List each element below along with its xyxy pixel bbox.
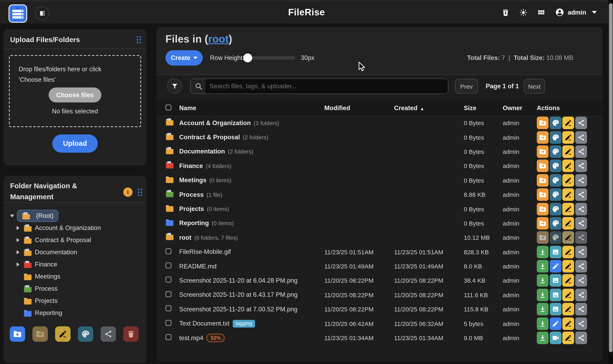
- delete-folder-button[interactable]: [123, 326, 139, 342]
- move-action-button[interactable]: [537, 203, 549, 215]
- upload-dropzone[interactable]: Drop files/folders here or click 'Choose…: [9, 55, 141, 127]
- table-row-folder[interactable]: Reporting(0 items) 0 Bytes admin: [156, 216, 602, 230]
- table-row-file[interactable]: FileRise-Mobile.gif 11/23/25 01:51AM 11/…: [156, 245, 602, 259]
- download-action-button[interactable]: [537, 289, 549, 301]
- table-row-folder[interactable]: Account & Organization(3 folders) 0 Byte…: [156, 116, 602, 130]
- table-row-file[interactable]: test.mp452% 11/23/25 01:34AM 11/23/25 01…: [156, 331, 602, 345]
- prev-page-button[interactable]: Prev: [455, 79, 478, 93]
- rename-action-button[interactable]: [562, 188, 574, 201]
- share-action-button[interactable]: [575, 317, 587, 330]
- select-all-checkbox[interactable]: [166, 104, 171, 110]
- rename-action-button[interactable]: [562, 317, 574, 330]
- share-action-button[interactable]: [575, 203, 587, 215]
- caret-collapsed-icon[interactable]: [17, 226, 22, 230]
- preview-action-button[interactable]: [550, 274, 561, 287]
- row-checkbox[interactable]: [166, 262, 171, 268]
- item-name-cell[interactable]: Screenshot 2025-11-20 at 6.43.17 PM.png: [179, 291, 324, 299]
- tree-item-finance[interactable]: Finance: [4, 258, 146, 271]
- table-row-file[interactable]: README.md 11/23/25 01:49AM 11/23/25 01:4…: [156, 259, 602, 273]
- share-action-button[interactable]: [575, 217, 587, 230]
- row-checkbox[interactable]: [166, 291, 171, 297]
- item-name-cell[interactable]: Screenshot 2025-11-20 at 6.04.28 PM.png: [179, 277, 324, 284]
- download-action-button[interactable]: [537, 303, 549, 316]
- rename-action-button[interactable]: [562, 131, 574, 143]
- row-checkbox[interactable]: [166, 320, 171, 326]
- color-action-button[interactable]: [550, 131, 561, 143]
- create-folder-button[interactable]: [10, 326, 25, 342]
- move-action-button[interactable]: [537, 188, 549, 201]
- page-scrollbar-thumb[interactable]: [609, 3, 613, 352]
- rename-action-button[interactable]: [562, 217, 574, 230]
- share-folder-button[interactable]: [100, 326, 116, 342]
- share-action-button[interactable]: [575, 188, 587, 201]
- tree-item-account-organization[interactable]: Account & Organization: [4, 222, 146, 234]
- color-folder-button[interactable]: [78, 326, 93, 342]
- share-action-button[interactable]: [575, 117, 587, 129]
- rename-action-button[interactable]: [562, 303, 574, 316]
- rename-action-button[interactable]: [562, 117, 574, 129]
- search-input[interactable]: [206, 79, 448, 93]
- color-action-button[interactable]: [550, 203, 561, 215]
- table-row-folder[interactable]: Documentation(2 folders) 0 Bytes admin: [156, 144, 602, 159]
- table-row-folder[interactable]: root(8 folders, 7 files) 10.12 MB admin: [156, 230, 602, 245]
- item-name-cell[interactable]: root(8 folders, 7 files): [179, 234, 324, 241]
- caret-collapsed-icon[interactable]: [17, 262, 22, 266]
- tree-item-contract-proposal[interactable]: Contract & Proposal: [4, 234, 146, 246]
- rename-action-button[interactable]: [562, 203, 574, 215]
- table-row-folder[interactable]: Projects(0 items) 0 Bytes admin: [156, 202, 602, 216]
- apps-grid-icon[interactable]: [537, 8, 545, 16]
- row-checkbox[interactable]: [166, 248, 171, 254]
- table-row-file[interactable]: Screenshot 2025-11-20 at 6.43.17 PM.png …: [156, 288, 602, 302]
- share-action-button[interactable]: [575, 332, 587, 344]
- preview-action-button[interactable]: [550, 303, 561, 316]
- share-action-button[interactable]: [575, 274, 587, 287]
- root-breadcrumb-link[interactable]: root: [208, 33, 229, 45]
- rename-action-button[interactable]: [562, 145, 574, 158]
- move-folder-button[interactable]: [32, 326, 48, 342]
- preview-action-button[interactable]: [550, 246, 561, 258]
- download-action-button[interactable]: [537, 260, 549, 273]
- tree-item-documentation[interactable]: Documentation: [4, 246, 146, 258]
- edit-action-button[interactable]: [550, 317, 561, 330]
- color-action-button[interactable]: [550, 145, 561, 158]
- tree-item-process[interactable]: Process: [4, 283, 146, 295]
- move-action-button[interactable]: [537, 231, 549, 244]
- next-page-button[interactable]: Next: [524, 79, 545, 93]
- table-row-file[interactable]: Text Document.txttagging 11/20/25 06:42A…: [156, 316, 602, 331]
- item-name-cell[interactable]: test.mp452%: [179, 334, 324, 342]
- share-action-button[interactable]: [575, 303, 587, 316]
- share-action-button[interactable]: [575, 260, 587, 273]
- item-name-cell[interactable]: Account & Organization(3 folders): [179, 119, 324, 127]
- light-mode-icon[interactable]: [519, 8, 528, 16]
- column-header-created[interactable]: Created▲: [394, 104, 464, 112]
- item-name-cell[interactable]: Text Document.txttagging: [179, 320, 324, 327]
- move-action-button[interactable]: [537, 174, 549, 187]
- create-button[interactable]: Create: [166, 50, 203, 65]
- share-action-button[interactable]: [575, 246, 587, 258]
- preview-action-button[interactable]: [550, 289, 561, 301]
- table-row-folder[interactable]: Contract & Proposal(2 folders) 0 Bytes a…: [156, 130, 602, 144]
- info-icon[interactable]: i: [123, 187, 133, 197]
- column-header-size[interactable]: Size: [464, 104, 503, 112]
- item-name-cell[interactable]: Meetings(0 items): [179, 177, 324, 184]
- download-action-button[interactable]: [537, 246, 549, 258]
- item-name-cell[interactable]: README.md: [179, 262, 324, 270]
- slider-thumb[interactable]: [243, 53, 252, 62]
- row-checkbox[interactable]: [166, 334, 171, 340]
- move-action-button[interactable]: [537, 131, 549, 143]
- column-header-actions[interactable]: Actions: [537, 104, 595, 112]
- tree-item-meetings[interactable]: Meetings: [4, 271, 146, 283]
- user-menu[interactable]: admin: [555, 8, 597, 17]
- share-action-button[interactable]: [575, 231, 587, 244]
- row-height-slider[interactable]: [244, 56, 295, 60]
- color-action-button[interactable]: [550, 174, 561, 187]
- rename-action-button[interactable]: [562, 246, 574, 258]
- item-name-cell[interactable]: Finance(4 folders): [179, 162, 324, 170]
- item-name-cell[interactable]: Reporting(0 items): [179, 220, 324, 227]
- item-name-cell[interactable]: Projects(0 items): [179, 205, 324, 213]
- upload-button[interactable]: Upload: [52, 134, 98, 153]
- table-row-folder[interactable]: Process(1 file) 8.88 KB admin: [156, 187, 602, 202]
- column-header-name[interactable]: Name: [179, 104, 324, 112]
- rename-action-button[interactable]: [562, 289, 574, 301]
- rename-action-button[interactable]: [562, 332, 574, 344]
